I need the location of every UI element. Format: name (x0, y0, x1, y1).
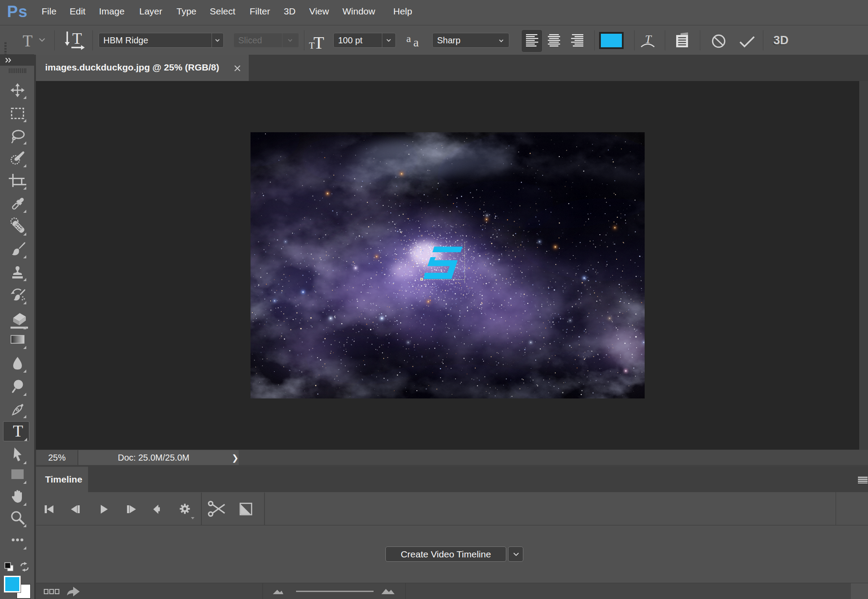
svg-text:T: T (23, 33, 33, 49)
svg-text:a: a (413, 35, 419, 49)
svg-text:T: T (314, 33, 324, 50)
svg-text:T: T (72, 31, 82, 47)
svg-text:a: a (406, 34, 411, 44)
